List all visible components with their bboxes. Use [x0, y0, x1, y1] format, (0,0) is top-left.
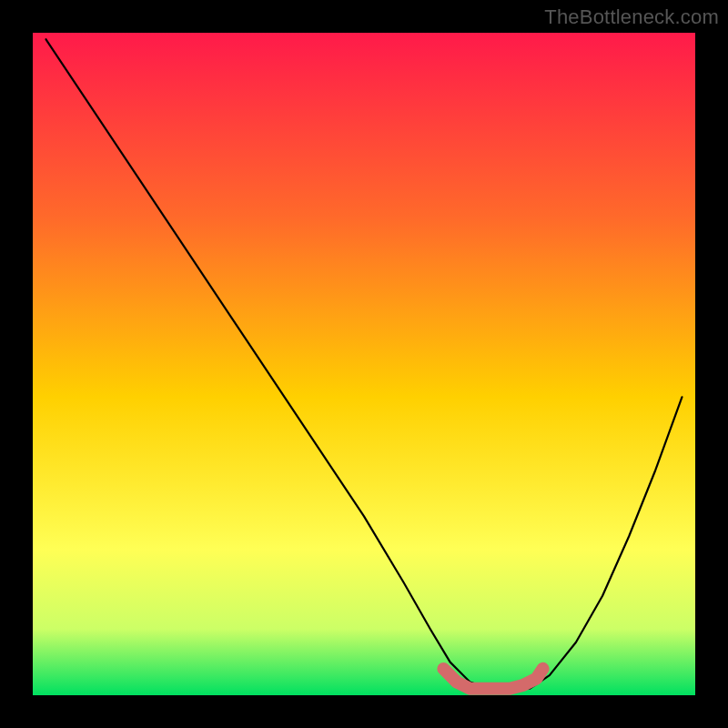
chart-svg [33, 33, 695, 695]
plot-area [33, 33, 695, 695]
gradient-background [33, 33, 695, 695]
watermark-text: TheBottleneck.com [544, 5, 719, 29]
trough-endpoint-dot [538, 663, 549, 674]
chart-frame: TheBottleneck.com [0, 0, 728, 728]
